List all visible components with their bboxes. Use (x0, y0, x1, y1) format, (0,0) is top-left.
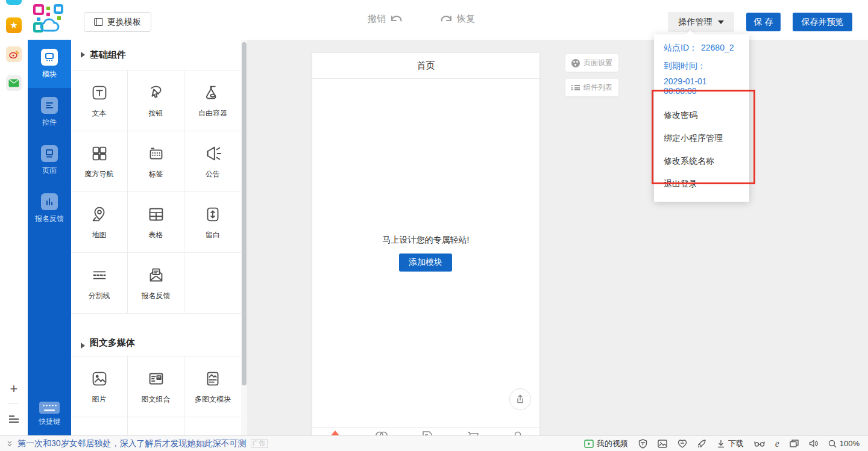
profile-icon[interactable] (512, 431, 523, 435)
undo-button[interactable]: 撤销 (368, 13, 403, 25)
picture-icon[interactable] (658, 440, 667, 448)
announcement-icon (203, 143, 223, 164)
site-id-label: 站点ID： (664, 43, 697, 54)
component-image[interactable]: 图片 (71, 356, 128, 417)
component-label: 自由容器 (198, 108, 227, 119)
menu-item-bind-miniprogram[interactable]: 绑定小程序管理 (664, 133, 740, 144)
ie-icon[interactable]: e (775, 439, 779, 449)
component-image-text[interactable]: 图文组合 (128, 356, 184, 417)
component-label: 多图文模块 (195, 394, 231, 405)
glasses-icon[interactable] (754, 440, 765, 447)
news-doc-icon[interactable] (421, 431, 433, 435)
menu-item-rename-system[interactable]: 修改系统名称 (664, 156, 740, 167)
app-icon[interactable] (6, 0, 22, 5)
workspace: 首页 马上设计您的专属轻站! 添加模块 页面设置 组件列表 (247, 40, 868, 435)
list-icon (571, 84, 580, 92)
my-videos-button[interactable]: 我的视频 (584, 438, 628, 449)
component-multi-image[interactable]: 多图文模块 (184, 356, 241, 417)
component-tag[interactable]: 标签 (128, 131, 184, 192)
home-triangle-icon[interactable] (329, 431, 342, 435)
save-and-preview-button[interactable]: 保存并预览 (793, 13, 852, 31)
component-list-label: 组件列表 (583, 82, 612, 93)
heart-icon[interactable] (678, 440, 687, 448)
palette-icon (571, 59, 580, 67)
zoom-control[interactable]: 100% (828, 439, 860, 448)
component-button[interactable]: 按钮 (128, 70, 184, 131)
save-button[interactable]: 保 存 (746, 13, 781, 31)
component-partial-1[interactable] (71, 417, 128, 435)
sidebar-item-modules[interactable]: 模块 (28, 40, 71, 88)
change-template-button[interactable]: 更换模板 (84, 12, 151, 32)
divider-icon (89, 265, 110, 285)
sidebar: 模块 控件 页面 报名反馈 快捷键 (28, 40, 71, 435)
table-icon (146, 204, 166, 225)
weibo-icon[interactable] (6, 46, 22, 62)
tag-icon (146, 143, 166, 164)
dropdown-menu: 修改密码 绑定小程序管理 修改系统名称 退出登录 (664, 110, 740, 190)
speaker-icon[interactable] (809, 440, 818, 447)
download-icon (717, 440, 725, 448)
rocket-icon[interactable] (697, 439, 706, 448)
menu-item-change-password[interactable]: 修改密码 (664, 110, 740, 121)
sidebar-item-signup-feedback[interactable]: 报名反馈 (28, 184, 71, 232)
favorites-star-icon[interactable]: ★ (6, 17, 22, 33)
panel-scrollbar-thumb[interactable] (242, 42, 247, 385)
operations-menu-button[interactable]: 操作管理 (668, 12, 734, 32)
section-media[interactable]: 图文多媒体 (71, 314, 241, 356)
shortcut-label: 快捷键 (39, 417, 60, 427)
triangle-right-icon (81, 343, 85, 349)
component-label: 地图 (92, 230, 107, 240)
plus-icon[interactable]: + (0, 381, 28, 397)
share-button[interactable] (509, 388, 531, 410)
cart-icon[interactable] (467, 431, 480, 435)
menu-icon[interactable] (9, 415, 19, 425)
menu-item-logout[interactable]: 退出登录 (664, 179, 740, 190)
component-list-button[interactable]: 组件列表 (565, 79, 618, 96)
shield-icon[interactable] (638, 439, 647, 449)
page-settings-button[interactable]: 页面设置 (565, 54, 618, 72)
expire-time-value: 2029-01-01 00:00:00 (664, 76, 740, 96)
component-cube-nav[interactable]: 魔方导航 (71, 131, 128, 192)
site-id-value: 22680_2 (701, 43, 734, 54)
image-icon (89, 369, 110, 389)
download-button[interactable]: 下载 (717, 438, 744, 449)
zoom-level: 100% (840, 439, 860, 448)
feedback-icon (146, 265, 166, 285)
phone-preview-canvas[interactable]: 首页 马上设计您的专属轻站! 添加模块 (312, 53, 539, 435)
mail-icon[interactable] (6, 75, 22, 91)
redo-button[interactable]: 恢复 (440, 13, 475, 25)
sidebar-item-shortcuts[interactable]: 快捷键 (28, 393, 71, 435)
section-basic-components[interactable]: 基础组件 (71, 40, 241, 70)
component-partial-2[interactable] (128, 417, 184, 435)
component-label: 报名反馈 (142, 291, 171, 301)
panel-scrollbar[interactable] (241, 40, 247, 435)
sidebar-item-widgets[interactable]: 控件 (28, 88, 71, 136)
component-divider[interactable]: 分割线 (71, 253, 128, 314)
page-title: 首页 (312, 53, 539, 79)
component-label: 图文组合 (142, 394, 171, 405)
component-map[interactable]: 地图 (71, 192, 128, 253)
window-icon[interactable] (790, 440, 799, 447)
sidebar-item-pages[interactable]: 页面 (28, 136, 71, 184)
component-table[interactable]: 表格 (128, 192, 184, 253)
component-spacer[interactable]: 留白 (184, 192, 241, 253)
operations-dropdown: 站点ID： 22680_2 到期时间： 2029-01-01 00:00:00 … (654, 34, 749, 202)
media-components-grid: 图片 图文组合 多图文模块 (71, 356, 241, 435)
share-icon (515, 394, 526, 405)
component-partial-3[interactable] (184, 417, 241, 435)
component-signup-feedback[interactable]: 报名反馈 (128, 253, 184, 314)
sidebar-item-label: 页面 (42, 166, 57, 176)
component-text[interactable]: 文本 (71, 70, 128, 131)
component-announcement[interactable]: 公告 (184, 131, 241, 192)
section-title: 图文多媒体 (90, 337, 135, 349)
news-headline-link[interactable]: 第一次和30岁女邻居独处，深入了解后才发现她如此深不可测 (17, 438, 247, 449)
double-chevron-down-icon[interactable] (6, 440, 13, 447)
component-label: 分割线 (89, 291, 110, 301)
component-free-container[interactable]: 自由容器 (184, 70, 241, 131)
empty-state-text: 马上设计您的专属轻站! (312, 235, 539, 246)
component-label: 文本 (92, 108, 107, 119)
add-module-button[interactable]: 添加模块 (399, 253, 452, 272)
redo-label: 恢复 (457, 13, 475, 25)
rings-icon[interactable] (374, 431, 389, 435)
component-label: 标签 (149, 169, 163, 179)
